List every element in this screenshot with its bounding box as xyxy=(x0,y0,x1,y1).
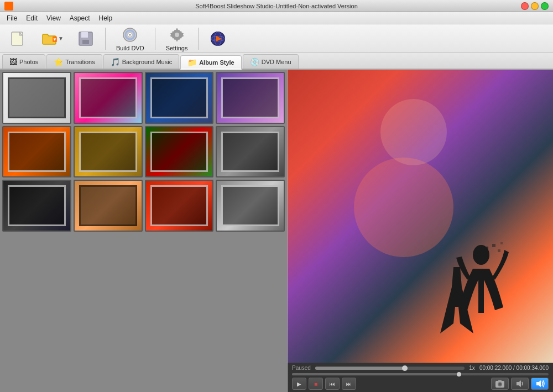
svg-marker-27 xyxy=(536,380,541,387)
dropdown-arrow: ▼ xyxy=(58,35,64,41)
menu-file[interactable]: File xyxy=(2,13,22,23)
left-panel xyxy=(0,70,288,392)
tab-album-style[interactable]: 📁 Album Style xyxy=(180,55,242,70)
close-button[interactable] xyxy=(521,2,529,10)
secondary-progress[interactable] xyxy=(292,373,549,375)
tab-transitions-label: Transitions xyxy=(65,59,95,65)
style-thumb-6[interactable] xyxy=(74,126,143,178)
volume-up-button[interactable] xyxy=(531,378,549,390)
svg-marker-26 xyxy=(517,380,521,387)
secondary-handle[interactable] xyxy=(457,372,461,377)
build-dvd-label: Build DVD xyxy=(116,45,144,51)
album-icon: 📁 xyxy=(187,58,197,67)
new-file-button[interactable] xyxy=(4,27,32,50)
menu-edit[interactable]: Edit xyxy=(22,13,42,23)
transitions-icon: ⭐ xyxy=(54,58,63,66)
secondary-fill xyxy=(292,373,459,375)
toolbar-separator-1 xyxy=(105,28,106,50)
progress-bar[interactable] xyxy=(315,367,465,370)
new-file-icon xyxy=(9,30,27,48)
toolbar: ▼ ▼ Build DVD xyxy=(0,24,553,53)
svg-rect-19 xyxy=(492,244,495,247)
preview-image xyxy=(288,70,553,363)
playback-speed: 1x xyxy=(469,365,475,371)
style-thumb-1[interactable] xyxy=(2,72,71,124)
style-thumb-7[interactable] xyxy=(145,126,214,178)
tab-dvd-menu-label: DVD Menu xyxy=(262,59,291,65)
svg-point-24 xyxy=(499,383,502,386)
tab-transitions[interactable]: ⭐ Transitions xyxy=(46,54,102,69)
render-button[interactable] xyxy=(204,27,232,50)
open-folder-icon: ▼ xyxy=(40,30,58,48)
toolbar-separator-2 xyxy=(155,28,155,50)
music-icon: 🎵 xyxy=(111,58,120,66)
svg-rect-20 xyxy=(498,249,500,252)
tab-background-music-label: Background Music xyxy=(122,59,173,65)
progress-fill xyxy=(315,367,405,370)
window-controls xyxy=(521,2,549,10)
menu-aspect[interactable]: Aspect xyxy=(65,13,95,23)
dvd-icon xyxy=(121,26,139,44)
style-thumb-3[interactable] xyxy=(145,72,214,124)
style-thumb-11[interactable] xyxy=(145,180,214,232)
svg-rect-6 xyxy=(82,40,89,44)
maximize-button[interactable] xyxy=(541,2,549,10)
build-dvd-button[interactable]: Build DVD xyxy=(111,23,149,54)
svg-text:▼: ▼ xyxy=(53,37,57,42)
next-frame-button[interactable]: ⏭ xyxy=(342,378,356,390)
style-thumb-12[interactable] xyxy=(216,180,285,232)
prev-frame-button[interactable]: ⏮ xyxy=(325,378,340,390)
tab-dvd-menu[interactable]: 💿 DVD Menu xyxy=(243,54,299,69)
controls-row: ▶ ■ ⏮ ⏭ xyxy=(292,378,549,390)
svg-point-12 xyxy=(175,33,179,37)
svg-rect-18 xyxy=(484,247,488,251)
playback-controls: Paused 1x 00:00:22.000 / 00:00:34.000 ▶ xyxy=(288,363,553,392)
style-thumb-8[interactable] xyxy=(216,126,285,178)
settings-label: Settings xyxy=(166,45,188,51)
svg-rect-5 xyxy=(81,32,88,38)
svg-rect-21 xyxy=(500,242,503,244)
app-icon xyxy=(4,2,13,11)
svg-point-9 xyxy=(129,34,131,35)
play-button[interactable]: ▶ xyxy=(292,378,306,390)
settings-button[interactable]: Settings xyxy=(161,23,193,54)
menu-help[interactable]: Help xyxy=(95,13,117,23)
progress-row: Paused 1x 00:00:22.000 / 00:00:34.000 xyxy=(292,365,549,371)
tab-photos-label: Photos xyxy=(19,59,38,65)
dvd-menu-icon: 💿 xyxy=(250,58,259,66)
main-content: Paused 1x 00:00:22.000 / 00:00:34.000 ▶ xyxy=(0,70,553,392)
stop-button[interactable]: ■ xyxy=(309,378,323,390)
open-folder-button[interactable]: ▼ ▼ xyxy=(35,27,69,50)
preview-area xyxy=(288,70,553,363)
tab-album-style-label: Album Style xyxy=(199,59,234,66)
style-thumb-10[interactable] xyxy=(74,180,143,232)
menu-bar: File Edit View Aspect Help xyxy=(0,12,553,24)
minimize-button[interactable] xyxy=(531,2,539,10)
toolbar-separator-3 xyxy=(198,28,199,50)
svg-rect-25 xyxy=(498,380,502,381)
tab-bar: 🖼 Photos ⭐ Transitions 🎵 Background Musi… xyxy=(0,53,553,70)
playback-time: 00:00:22.000 / 00:00:34.000 xyxy=(479,365,549,371)
playback-status: Paused xyxy=(292,365,311,371)
style-thumb-5[interactable] xyxy=(2,126,71,178)
style-thumb-2[interactable] xyxy=(74,72,143,124)
window-title: Soft4Boost Slideshow Studio-Untitled-Non… xyxy=(195,3,358,9)
tab-photos[interactable]: 🖼 Photos xyxy=(2,54,45,69)
style-thumb-9[interactable] xyxy=(2,180,71,232)
settings-icon xyxy=(168,26,186,44)
right-panel: Paused 1x 00:00:22.000 / 00:00:34.000 ▶ xyxy=(288,70,553,392)
save-button[interactable] xyxy=(72,27,100,50)
save-icon xyxy=(77,30,95,48)
style-thumb-4[interactable] xyxy=(216,72,285,124)
volume-down-button[interactable] xyxy=(511,378,529,390)
tab-background-music[interactable]: 🎵 Background Music xyxy=(103,54,180,69)
styles-grid-container[interactable] xyxy=(0,70,287,392)
styles-grid xyxy=(2,72,285,232)
menu-view[interactable]: View xyxy=(42,13,65,23)
title-bar: Soft4Boost Slideshow Studio-Untitled-Non… xyxy=(0,0,553,12)
progress-handle[interactable] xyxy=(402,365,408,371)
photos-icon: 🖼 xyxy=(9,58,17,66)
render-icon xyxy=(209,30,227,48)
screenshot-button[interactable] xyxy=(491,378,509,390)
